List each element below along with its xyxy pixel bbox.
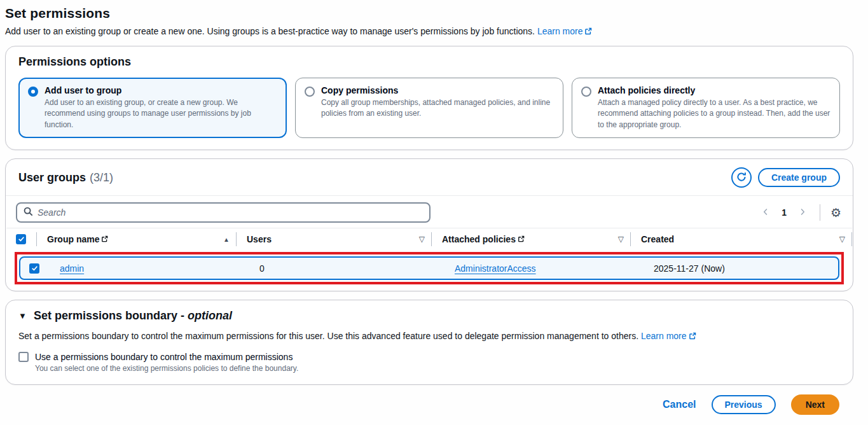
cell-attached-policies: AdministratorAccess: [446, 263, 645, 274]
cell-group-name: admin: [51, 263, 251, 274]
user-groups-header: User groups (3/1) Create group: [6, 159, 853, 195]
next-page-button[interactable]: [794, 204, 811, 221]
attached-policy-link[interactable]: AdministratorAccess: [455, 263, 536, 274]
use-boundary-checkbox[interactable]: [18, 352, 29, 362]
option-card-copy-permissions[interactable]: Copy permissions Copy all group membersh…: [295, 78, 563, 138]
option-description: Add user to an existing group, or create…: [45, 97, 277, 130]
cell-created: 2025-11-27 (Now): [645, 263, 838, 274]
row-checkbox[interactable]: [29, 263, 39, 274]
column-label: Users: [247, 234, 272, 244]
group-name-link[interactable]: admin: [60, 263, 84, 274]
check-icon: [31, 263, 38, 274]
toolbar-divider: [820, 204, 820, 221]
user-groups-actions: Create group: [731, 167, 840, 188]
option-card-text: Copy permissions Copy all group membersh…: [321, 85, 554, 120]
permissions-options-panel: Permissions options Add user to group Ad…: [5, 46, 853, 150]
search-box[interactable]: [16, 202, 431, 223]
column-label: Created: [641, 234, 674, 244]
option-description: Copy all group memberships, attached man…: [321, 97, 554, 120]
set-permissions-page: Set permissions Add user to an existing …: [5, 0, 853, 415]
user-groups-panel: User groups (3/1) Create group 1 ⚙: [5, 158, 853, 291]
select-all-checkbox[interactable]: [16, 234, 26, 244]
select-all-cell: [6, 232, 37, 246]
option-card-text: Add user to group Add user to an existin…: [45, 85, 277, 130]
option-title: Copy permissions: [321, 85, 554, 95]
wizard-footer: Cancel Previous Next: [5, 394, 839, 415]
permissions-options-heading: Permissions options: [18, 55, 840, 69]
learn-more-link[interactable]: Learn more: [641, 331, 687, 341]
use-boundary-text: Use a permissions boundary to control th…: [35, 352, 298, 373]
caret-down-icon: ▼: [18, 311, 27, 321]
gear-icon: ⚙: [830, 206, 841, 219]
refresh-icon: [736, 172, 747, 184]
sort-toggle-icon[interactable]: ▽: [834, 235, 845, 244]
column-header-attached-policies[interactable]: Attached policies ▽: [432, 232, 631, 246]
permissions-boundary-heading: Set permissions boundary - optional: [34, 309, 232, 323]
search-icon: [24, 207, 33, 219]
heading-optional-text: optional: [188, 309, 232, 322]
option-card-text: Attach policies directly Attach a manage…: [598, 85, 830, 130]
previous-button[interactable]: Previous: [712, 395, 776, 414]
permissions-boundary-description: Set a permissions boundary to control th…: [18, 331, 840, 342]
next-button[interactable]: Next: [791, 394, 839, 415]
user-groups-count: (3/1): [90, 171, 113, 185]
option-card-add-user-to-group[interactable]: Add user to group Add user to an existin…: [18, 78, 287, 138]
use-boundary-label: Use a permissions boundary to control th…: [35, 352, 298, 362]
option-description: Attach a managed policy directly to a us…: [598, 97, 830, 130]
radio-add-user-to-group[interactable]: [28, 87, 38, 97]
external-link-icon: [689, 331, 696, 342]
permissions-boundary-panel: ▼ Set permissions boundary - optional Se…: [5, 300, 853, 385]
permissions-boundary-expander[interactable]: ▼ Set permissions boundary - optional: [18, 309, 840, 323]
option-title: Add user to group: [45, 85, 277, 95]
use-boundary-sublabel: You can select one of the existing permi…: [35, 364, 298, 373]
user-groups-toolbar: 1 ⚙: [6, 196, 853, 228]
option-card-attach-policies-directly[interactable]: Attach policies directly Attach a manage…: [572, 78, 840, 138]
radio-attach-policies-directly[interactable]: [581, 87, 591, 97]
column-label: Group name: [47, 234, 99, 244]
page-subtitle: Add user to an existing group or create …: [5, 26, 853, 37]
table-header-row: Group name ▲ Users ▽ Attached policies ▽…: [6, 228, 852, 250]
external-link-icon: [101, 234, 108, 244]
table-row-admin[interactable]: admin 0 AdministratorAccess 2025-11-27 (…: [19, 256, 839, 280]
column-header-group-name[interactable]: Group name ▲: [37, 232, 237, 246]
cell-users: 0: [251, 263, 446, 274]
search-input[interactable]: [38, 207, 423, 218]
chevron-left-icon: [762, 208, 769, 218]
option-title: Attach policies directly: [598, 85, 830, 95]
sort-ascending-icon[interactable]: ▲: [218, 236, 230, 243]
sort-toggle-icon[interactable]: ▽: [613, 235, 624, 244]
heading-text: Set permissions boundary -: [34, 309, 184, 322]
annotation-highlight-box: admin 0 AdministratorAccess 2025-11-27 (…: [15, 252, 844, 284]
page-title: Set permissions: [5, 0, 853, 21]
table-settings-button[interactable]: ⚙: [829, 206, 843, 220]
learn-more-link[interactable]: Learn more: [537, 26, 583, 36]
description-text: Set a permissions boundary to control th…: [18, 331, 638, 341]
check-icon: [18, 234, 25, 244]
radio-copy-permissions[interactable]: [305, 87, 315, 97]
column-label: Attached policies: [442, 234, 516, 244]
cancel-button[interactable]: Cancel: [663, 399, 696, 410]
external-link-icon: [518, 234, 525, 244]
refresh-button[interactable]: [731, 167, 752, 188]
chevron-right-icon: [799, 208, 806, 218]
current-page-number[interactable]: 1: [776, 207, 792, 218]
column-header-users[interactable]: Users ▽: [237, 232, 432, 246]
user-groups-title: User groups: [18, 171, 86, 185]
use-boundary-option[interactable]: Use a permissions boundary to control th…: [18, 352, 840, 373]
pagination: 1 ⚙: [757, 204, 843, 221]
sort-toggle-icon[interactable]: ▽: [414, 235, 425, 244]
permissions-options-cards: Add user to group Add user to an existin…: [18, 78, 840, 138]
page-subtitle-text: Add user to an existing group or create …: [5, 26, 535, 36]
create-group-button[interactable]: Create group: [758, 168, 840, 187]
column-header-created[interactable]: Created ▽: [631, 232, 852, 246]
previous-page-button[interactable]: [757, 204, 774, 221]
row-select-cell: [20, 263, 51, 274]
external-link-icon: [584, 27, 592, 37]
